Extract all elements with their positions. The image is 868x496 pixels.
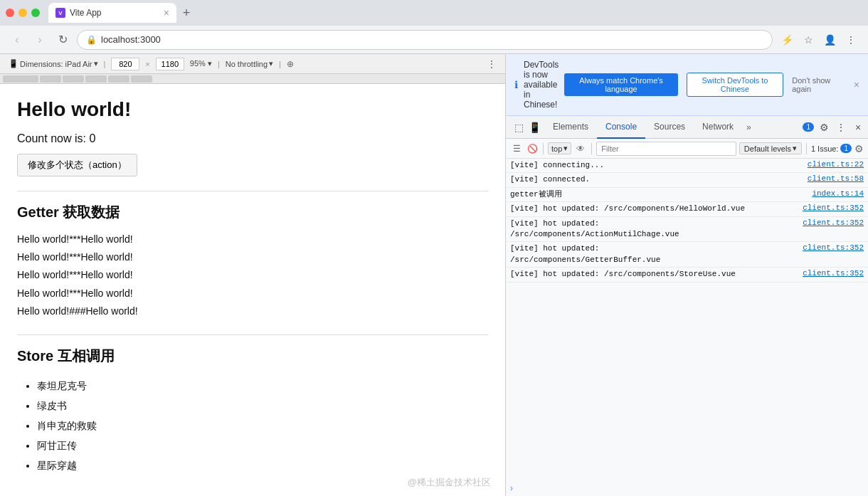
hello-world-heading: Hello world! xyxy=(17,98,488,121)
eye-icon[interactable]: 👁 xyxy=(574,142,587,155)
tab-close-button[interactable]: × xyxy=(164,7,169,19)
divider2 xyxy=(17,334,488,335)
sensors-icon[interactable]: ⊕ xyxy=(287,59,294,69)
context-dropdown-icon: ▾ xyxy=(563,144,568,153)
throttle-dropdown-icon: ▾ xyxy=(269,59,273,68)
message-source-link[interactable]: client.ts:58 xyxy=(808,174,864,183)
bp5 xyxy=(108,75,129,83)
page-content: 📱 Dimensions: iPad Air ▾ | × 95% ▾ | No … xyxy=(0,54,505,496)
clear-console-icon[interactable]: 🚫 xyxy=(526,142,539,155)
toolbar-sep1 xyxy=(543,143,544,154)
close-devtools-icon[interactable]: × xyxy=(851,120,865,134)
message-text: [vite] hot updated: /src/components/Stor… xyxy=(510,269,800,280)
dim-x: × xyxy=(145,60,149,68)
getter-list-item: Hello world!***Hello world! xyxy=(17,266,488,284)
console-message: [vite] connected.client.ts:58 xyxy=(506,173,868,187)
message-text: [vite] connected. xyxy=(510,174,805,185)
message-source-link[interactable]: client.ts:22 xyxy=(808,160,864,169)
message-source-link[interactable]: index.ts:14 xyxy=(812,189,864,198)
tab-elements[interactable]: Elements xyxy=(544,116,597,139)
store-section: Store 互相调用 泰坦尼克号绿皮书肖申克的救赎阿甘正传星际穿越 xyxy=(17,347,488,475)
bp6 xyxy=(131,75,152,83)
breakpoint-bar xyxy=(0,74,505,84)
console-message: [vite] hot updated: /src/components/Gett… xyxy=(506,242,868,268)
settings-gear-icon[interactable]: ⚙ xyxy=(817,120,831,134)
address-bar[interactable]: 🔒 localhost:3000 xyxy=(77,30,773,50)
more-options-icon[interactable]: ⋮ xyxy=(834,120,848,134)
console-settings-icon[interactable]: ⚙ xyxy=(854,143,864,154)
device-toolbar: 📱 Dimensions: iPad Air ▾ | × 95% ▾ | No … xyxy=(0,54,505,74)
address-text: localhost:3000 xyxy=(101,34,161,45)
action-button[interactable]: 修改多个状态（action） xyxy=(17,154,137,176)
levels-dropdown-icon: ▾ xyxy=(793,144,797,153)
notification-text: DevTools is now available in Chinese! xyxy=(524,60,559,110)
getter-list-item: Hello world!***Hello world! xyxy=(17,285,488,302)
devtools-tabs: ⬚ 📱 Elements Console Sources Network » 1 xyxy=(506,116,868,139)
menu-icon[interactable]: ⋮ xyxy=(842,31,859,48)
device-label: Dimensions: iPad Air xyxy=(20,60,92,68)
bp1 xyxy=(3,75,38,83)
toolbar-sep2 xyxy=(591,143,592,154)
inspect-element-icon[interactable]: ⬚ xyxy=(512,120,526,134)
device-selector[interactable]: 📱 Dimensions: iPad Air ▾ xyxy=(9,59,98,68)
tab-network[interactable]: Network xyxy=(694,116,742,139)
store-list-item: 肖申克的救赎 xyxy=(37,416,488,436)
active-tab[interactable]: V Vite App × xyxy=(48,3,176,23)
main-area: 📱 Dimensions: iPad Air ▾ | × 95% ▾ | No … xyxy=(0,54,868,496)
store-list-item: 阿甘正传 xyxy=(37,436,488,455)
back-button[interactable]: ‹ xyxy=(9,31,26,48)
notification-close-icon[interactable]: × xyxy=(854,79,859,90)
bookmark-icon[interactable]: ☆ xyxy=(800,31,817,48)
nav-bar: ‹ › ↻ 🔒 localhost:3000 ⚡ ☆ 👤 ⋮ xyxy=(0,26,868,54)
minimize-button[interactable] xyxy=(18,9,27,17)
sidebar-toggle-icon[interactable]: ☰ xyxy=(510,142,523,155)
message-source-link[interactable]: client.ts:352 xyxy=(803,218,864,227)
lock-icon: 🔒 xyxy=(86,35,97,45)
new-tab-button[interactable]: + xyxy=(176,3,196,23)
errors-badge: 1 xyxy=(803,122,814,132)
forward-button[interactable]: › xyxy=(31,31,48,48)
close-button[interactable] xyxy=(6,9,14,17)
maximize-button[interactable] xyxy=(31,9,40,17)
getter-list: Hello world!***Hello world!Hello world!*… xyxy=(17,231,488,320)
message-source-link[interactable]: client.ts:352 xyxy=(803,204,864,212)
tabs-more-button[interactable]: » xyxy=(742,122,756,132)
store-list-item: 星际穿越 xyxy=(37,455,488,475)
width-input[interactable] xyxy=(111,58,139,70)
log-levels-selector[interactable]: Default levels ▾ xyxy=(739,142,802,154)
message-text: getter被调用 xyxy=(510,189,809,200)
traffic-lights xyxy=(6,9,40,17)
message-source-link[interactable]: client.ts:352 xyxy=(803,243,864,252)
dim-separator: | xyxy=(104,60,106,68)
divider1 xyxy=(17,191,488,191)
message-text: [vite] hot updated: /src/components/Hell… xyxy=(510,204,800,214)
dismiss-button[interactable]: Don't show again xyxy=(792,76,842,93)
tab-sources[interactable]: Sources xyxy=(645,116,694,139)
dt-left-icons: ⬚ 📱 xyxy=(509,120,544,134)
message-text: [vite] hot updated: /src/components/Acti… xyxy=(510,218,800,241)
device-dropdown-icon: ▾ xyxy=(94,59,98,68)
match-language-button[interactable]: Always match Chrome's language xyxy=(564,73,677,96)
height-input[interactable] xyxy=(156,58,184,70)
context-selector[interactable]: top ▾ xyxy=(548,142,571,154)
tab-console[interactable]: Console xyxy=(597,116,645,139)
console-message: [vite] hot updated: /src/components/Hell… xyxy=(506,202,868,216)
zoom-selector[interactable]: 95% ▾ xyxy=(190,59,212,68)
responsive-icon[interactable]: 📱 xyxy=(527,120,541,134)
message-text: [vite] connecting... xyxy=(510,160,805,171)
toolbar-more-icon[interactable]: ⋮ xyxy=(487,58,497,70)
reload-button[interactable]: ↻ xyxy=(54,31,71,48)
store-list: 泰坦尼克号绿皮书肖申克的救赎阿甘正传星际穿越 xyxy=(17,376,488,475)
throttle-selector[interactable]: No throttling ▾ xyxy=(226,59,273,68)
device-icon: 📱 xyxy=(9,59,18,68)
console-message: getter被调用index.ts:14 xyxy=(506,188,868,202)
console-filter-input[interactable] xyxy=(596,142,736,156)
console-prompt[interactable]: › xyxy=(506,480,868,496)
message-source-link[interactable]: client.ts:352 xyxy=(803,269,864,278)
switch-chinese-button[interactable]: Switch DevTools to Chinese xyxy=(687,73,784,97)
extensions-icon[interactable]: ⚡ xyxy=(778,31,795,48)
profile-icon[interactable]: 👤 xyxy=(821,31,838,48)
devtools-panel: ℹ DevTools is now available in Chinese! … xyxy=(505,54,868,496)
tab-title: Vite App xyxy=(70,8,101,18)
getter-list-item: Hello world!***Hello world! xyxy=(17,231,488,248)
